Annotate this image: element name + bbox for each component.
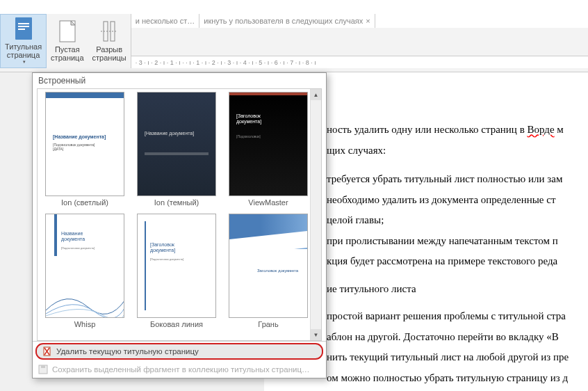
scroll-track[interactable] [311, 100, 321, 329]
thumbnail-label: Ion (темный) [154, 198, 199, 211]
save-icon [38, 365, 48, 374]
thumbnail: [Название документа] [Подзаголовок докум… [45, 92, 124, 196]
page-break-button[interactable]: Разрыв страницы [88, 14, 131, 68]
save-selection-label: Сохранить выделенный фрагмент в коллекци… [52, 365, 310, 374]
svg-rect-12 [41, 365, 45, 368]
gallery-footer: Удалить текущую титульную страницу Сохра… [33, 341, 326, 378]
gallery-item-ion-dark[interactable]: [Название документа] Ion (темный) [132, 92, 221, 211]
doc-line: щих случаях: [327, 142, 581, 160]
thumbnail: Название документа [Подзаголовок докумен… [45, 214, 124, 318]
thumbnail: Заголовок документа [229, 214, 308, 318]
thumbnail-label: Боковая линия [150, 320, 203, 333]
gallery-item-viewmaster[interactable]: [Заголовок документа] [Подзаголовок] Vie… [224, 92, 313, 211]
ribbon: Титульная страница ▾ Пустая страница Раз… [0, 14, 588, 72]
svg-rect-1 [18, 23, 29, 24]
svg-rect-3 [18, 29, 25, 30]
doc-line: требуется убрать титульный лист полность… [327, 170, 581, 189]
gallery-section-header: Встроенный [33, 73, 326, 88]
thumbnail: [Заголовок документа] [Подзаголовок] [229, 92, 308, 196]
gallery-scroll-area: [Название документа] [Подзаголовок докум… [37, 88, 322, 341]
cover-page-label: Титульная страница [5, 42, 42, 59]
remove-cover-page-item[interactable]: Удалить текущую титульную страницу [35, 343, 323, 360]
ribbon-right: и несколько ст… икнуть у пользователя в … [131, 14, 588, 68]
doc-line: ие титульного листа [327, 280, 581, 298]
svg-rect-2 [18, 26, 29, 27]
cover-page-icon [13, 17, 35, 40]
gallery-item-whisp[interactable]: Название документа [Подзаголовок докумен… [40, 214, 129, 333]
gallery-item-side-line[interactable]: [Заголовок документа] [Подзаголовок доку… [132, 214, 221, 333]
ruler: · 3 · ı · 2 · ı · 1 · ı · · ı · 1 · ı · … [131, 56, 588, 68]
doc-line: простой вариант решения проблемы с титул… [327, 308, 581, 326]
blank-page-icon [56, 20, 79, 42]
document-tab-2[interactable]: икнуть у пользователя в следующих случая… [199, 14, 375, 28]
page-break-icon [98, 20, 120, 42]
page-break-label: Разрыв страницы [92, 45, 126, 62]
doc-line: необходимо удалить из документа определе… [327, 191, 581, 209]
thumbnail-label: Ion (светлый) [61, 198, 108, 211]
delete-icon [42, 346, 52, 356]
remove-cover-page-label: Удалить текущую титульную страницу [56, 347, 199, 356]
thumbnail-label: Whisp [74, 320, 96, 333]
thumbnail-label: ViewMaster [248, 198, 288, 211]
doc-line: ность удалить одну или несколько страниц… [327, 121, 581, 139]
gallery-item-ion-light[interactable]: [Название документа] [Подзаголовок докум… [40, 92, 129, 211]
scroll-down-button[interactable]: ▼ [311, 329, 321, 340]
top-bar [0, 0, 588, 14]
scroll-up-button[interactable]: ▲ [311, 89, 321, 100]
thumbnail-label: Грань [258, 320, 278, 333]
doc-line: при пролистывании между напечатанным тек… [327, 232, 581, 250]
save-selection-item: Сохранить выделенный фрагмент в коллекци… [33, 361, 326, 378]
document-tab-1[interactable]: и несколько ст… [131, 14, 200, 28]
doc-line: целой главы; [327, 212, 581, 230]
cover-page-button[interactable]: Титульная страница ▾ [0, 14, 47, 68]
chevron-down-icon: ▾ [23, 59, 26, 65]
doc-line: ом можно полностью убрать титульную стра… [327, 369, 581, 388]
doc-line: нить текущий титульный лист на любой дру… [327, 349, 581, 367]
close-icon[interactable]: × [366, 17, 370, 25]
gallery-item-gran[interactable]: Заголовок документа Грань [224, 214, 313, 333]
blank-page-button[interactable]: Пустая страница [47, 14, 88, 68]
cover-page-gallery: Встроенный [Название документа] [Подзаго… [32, 72, 327, 378]
doc-line: кция будет рассмотрена на примере тексто… [327, 253, 581, 271]
doc-line: аблон на другой. Достаточно перейти во в… [327, 328, 581, 346]
thumbnail: [Заголовок документа] [Подзаголовок доку… [137, 214, 216, 318]
gallery-scrollbar[interactable]: ▲ ▼ [310, 89, 321, 340]
blank-page-label: Пустая страница [51, 45, 83, 62]
thumbnail: [Название документа] [137, 92, 216, 196]
